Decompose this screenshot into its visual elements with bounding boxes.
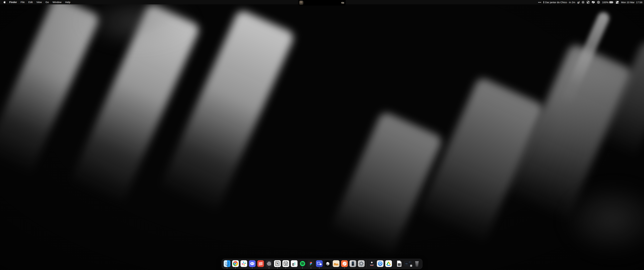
sun-burst-icon[interactable] (582, 1, 584, 4)
file-badge: 11 (410, 265, 412, 267)
clock-date: Mon 10 Mar (621, 1, 634, 4)
postman-icon (341, 260, 348, 267)
dock-item-spotify[interactable] (299, 260, 306, 267)
menu-help[interactable]: Help (64, 0, 72, 4)
todoist-icon (257, 260, 264, 267)
menu-app-name[interactable]: Finder (8, 0, 19, 4)
figma-icon (308, 260, 314, 267)
grammarly-icon[interactable]: g (578, 1, 580, 4)
dock: N 10 g (222, 259, 422, 269)
dock-item-postman[interactable] (341, 260, 348, 267)
apple-logo-icon (3, 1, 6, 4)
google-drive-icon (385, 260, 392, 267)
dock-item-raycast[interactable]: raycast (368, 260, 375, 267)
notch-media-widget[interactable] (298, 0, 346, 6)
battery-charging-icon (609, 1, 614, 4)
menu-go[interactable]: Go (44, 0, 51, 4)
event-color-bar (544, 1, 544, 3)
dock-item-1password[interactable] (377, 260, 384, 267)
menu-edit[interactable]: Edit (26, 0, 34, 4)
desktop-wallpaper (0, 0, 644, 270)
dock-item-todoist[interactable] (257, 260, 264, 267)
chrome-icon (232, 260, 239, 267)
calendar-date-number: 10 (282, 260, 289, 267)
apple-menu[interactable] (2, 1, 8, 4)
dock-item-figma[interactable] (308, 260, 314, 267)
clock-time: 17:58 (636, 1, 642, 4)
dock-item-screenshot-file[interactable]: 11 (404, 260, 412, 267)
dock-item-discord[interactable] (249, 260, 256, 267)
trash-icon (414, 260, 420, 267)
raycast-label: raycast (368, 260, 375, 267)
grammarly-letter: g (291, 260, 298, 267)
dock-item-notion[interactable]: N (274, 260, 281, 267)
overflow-dots-icon[interactable]: ••• (538, 1, 541, 4)
dock-item-trash[interactable] (414, 260, 420, 267)
now-playing-album-art[interactable] (299, 1, 304, 5)
dock-item-slack[interactable] (240, 260, 247, 267)
spotify-icon (299, 260, 306, 267)
audio-visualizer-icon (341, 2, 344, 4)
menu-window[interactable]: Window (51, 0, 63, 4)
dock-item-grammarly[interactable]: g (291, 260, 298, 267)
menu-bar-status: ••• Dar jantar do Chico · in 2m g (538, 1, 644, 4)
wallpaper-vignette (0, 0, 644, 270)
calendar-event-item[interactable]: Dar jantar do Chico · in 2m (544, 1, 575, 4)
menu-file[interactable]: File (19, 0, 26, 4)
1password-icon[interactable] (597, 1, 600, 4)
dock-item-screen-studio[interactable] (316, 260, 323, 267)
dock-item-system-settings[interactable] (358, 260, 364, 267)
battery-percent: 100% (602, 1, 608, 4)
dock-item-linear[interactable] (266, 260, 272, 267)
cube-3d-icon (324, 260, 331, 267)
menu-view[interactable]: View (34, 0, 44, 4)
dock-item-google-drive[interactable] (385, 260, 392, 267)
pointer-shape-icon[interactable] (587, 1, 590, 4)
dock-item-notion-calendar[interactable]: 10 (282, 260, 289, 267)
iphone-mirroring-icon (350, 260, 356, 267)
linear-icon (266, 260, 272, 267)
discord-icon (249, 260, 256, 267)
finder-icon (224, 260, 230, 267)
dock-item-iphone-mirroring[interactable] (350, 260, 356, 267)
notion-letter: N (274, 260, 281, 267)
elephant-icon (333, 260, 340, 267)
menu-bar-left: Finder File Edit View Go Window Help (0, 0, 72, 4)
dock-item-postgres-elephant[interactable] (333, 260, 340, 267)
control-center-icon[interactable] (616, 1, 619, 4)
dock-item-cube-3d-app[interactable] (324, 260, 331, 267)
slack-icon (240, 260, 247, 267)
dock-separator (394, 260, 394, 267)
dock-item-chrome[interactable] (232, 260, 239, 267)
1password-icon (377, 260, 384, 267)
dock-item-finder[interactable] (224, 260, 230, 267)
screen-studio-icon (316, 260, 323, 267)
system-settings-gear-icon (358, 260, 364, 267)
dock-item-document-file[interactable] (396, 260, 402, 267)
calendar-event-text: Dar jantar do Chico · in 2m (545, 1, 575, 4)
document-file-icon (396, 260, 402, 267)
menu-bar-clock[interactable]: Mon 10 Mar 17:58 (621, 1, 642, 4)
battery-item[interactable]: 100% (602, 1, 614, 4)
display-icon[interactable] (592, 1, 595, 4)
